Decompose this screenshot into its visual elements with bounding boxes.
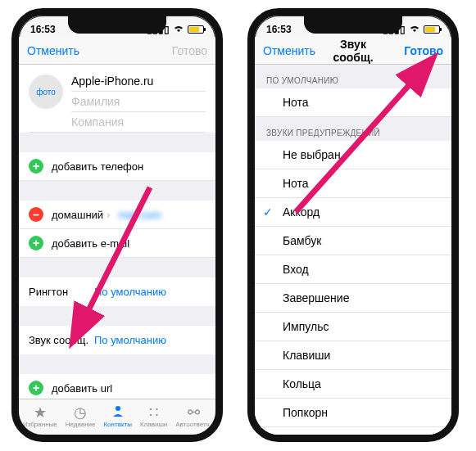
- ringtone-label: Рингтон: [29, 286, 94, 298]
- status-time: 16:53: [266, 24, 292, 35]
- sound-item[interactable]: Кольца: [255, 370, 451, 399]
- done-button[interactable]: Готово: [386, 44, 443, 57]
- sound-item-default[interactable]: Нота: [255, 88, 451, 117]
- text-sound-row[interactable]: Звук сообщ. По умолчанию: [19, 326, 215, 354]
- notch: [68, 16, 166, 34]
- navbar: Отменить Звук сообщ. Готово: [255, 37, 451, 65]
- tab-contacts[interactable]: Контакты: [103, 404, 132, 428]
- wifi-icon: [173, 24, 184, 35]
- add-email-label: добавить e-mail: [52, 237, 129, 250]
- wifi-icon: [409, 24, 420, 35]
- svg-point-0: [116, 406, 120, 411]
- tab-keypad[interactable]: ∷ Клавиши: [140, 405, 167, 428]
- ringtone-row[interactable]: Рингтон По умолчанию: [19, 277, 215, 306]
- cancel-button[interactable]: Отменить: [27, 44, 84, 57]
- sound-item[interactable]: Клавиши: [255, 341, 451, 370]
- sound-item[interactable]: Бамбук: [255, 227, 451, 255]
- battery-icon: [424, 25, 440, 34]
- notch: [304, 16, 402, 34]
- email-type-label: домашний: [52, 209, 103, 221]
- tab-voicemail[interactable]: ⚯ Автоответч.: [175, 405, 211, 428]
- text-sound-value: По умолчанию: [94, 334, 166, 346]
- tab-favorites[interactable]: ★ Избранные: [23, 405, 57, 428]
- add-email-row[interactable]: + добавить e-mail: [19, 229, 215, 258]
- add-url-label: добавить url: [52, 382, 112, 395]
- check-icon: ✓: [263, 205, 273, 219]
- clock-icon: ◷: [74, 405, 87, 420]
- plus-icon: +: [29, 236, 43, 250]
- text-sound-label: Звук сообщ.: [29, 334, 94, 346]
- sound-item[interactable]: Импульс: [255, 313, 451, 341]
- tab-recents[interactable]: ◷ Недавние: [66, 405, 96, 428]
- sound-item[interactable]: ✓Аккорд: [255, 198, 451, 227]
- add-phone-row[interactable]: + добавить телефон: [19, 152, 215, 181]
- surname-field[interactable]: Фамилия: [71, 92, 206, 112]
- company-field[interactable]: Компания: [29, 112, 206, 133]
- phone-right: 16:53 ▮▮▮▯ Отменить Звук сообщ. Готово П…: [247, 8, 459, 442]
- email-row[interactable]: – домашний › mail.com: [19, 201, 215, 229]
- contacts-icon: [110, 404, 126, 420]
- ringtone-value: По умолчанию: [94, 286, 166, 298]
- sound-item[interactable]: Попкорн: [255, 399, 451, 427]
- photo-button[interactable]: фото: [29, 74, 63, 109]
- first-name-field[interactable]: Apple-iPhone.ru: [71, 71, 206, 92]
- tab-bar: ★ Избранные ◷ Недавние Контакты ∷ Клавиш…: [19, 399, 215, 435]
- status-time: 16:53: [30, 24, 56, 35]
- sound-item[interactable]: Не выбран: [255, 141, 451, 169]
- keypad-icon: ∷: [149, 405, 158, 420]
- sound-item[interactable]: Вход: [255, 255, 451, 284]
- phone-left: 16:53 ▮▮▮▯ Отменить Готово фото Apple-iP…: [11, 8, 223, 442]
- add-phone-label: добавить телефон: [52, 160, 143, 173]
- section-alerts-header: ЗВУКИ ПРЕДУПРЕЖДЕНИЙ: [255, 117, 451, 141]
- sound-item[interactable]: Нота: [255, 169, 451, 198]
- nav-title: Звук сообщ.: [320, 38, 386, 64]
- star-icon: ★: [34, 405, 47, 420]
- cancel-button[interactable]: Отменить: [263, 44, 320, 57]
- plus-icon: +: [29, 381, 43, 395]
- done-button[interactable]: Готово: [150, 44, 207, 57]
- battery-icon: [188, 25, 204, 34]
- contact-edit-form: фото Apple-iPhone.ru Фамилия Компания + …: [19, 65, 215, 399]
- add-url-row[interactable]: + добавить url: [19, 374, 215, 399]
- plus-icon: +: [29, 159, 43, 174]
- sound-list[interactable]: ПО УМОЛЧАНИЮ Нота ЗВУКИ ПРЕДУПРЕЖДЕНИЙ Н…: [255, 65, 451, 435]
- sound-item[interactable]: Завершение: [255, 284, 451, 313]
- email-value: mail.com: [118, 209, 161, 221]
- section-default-header: ПО УМОЛЧАНИЮ: [255, 65, 451, 88]
- minus-icon: –: [29, 207, 43, 222]
- sound-item[interactable]: Привет!: [255, 427, 451, 435]
- voicemail-icon: ⚯: [188, 405, 200, 420]
- navbar: Отменить Готово: [19, 37, 215, 65]
